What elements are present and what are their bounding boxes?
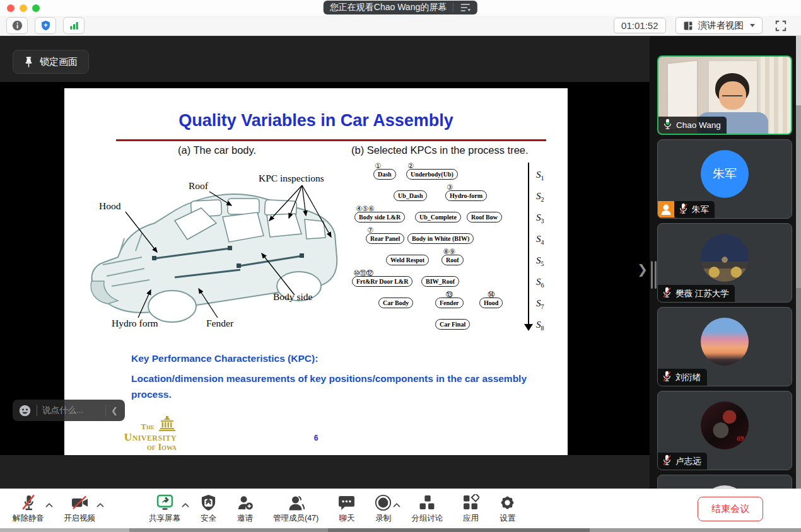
chevron-up-icon[interactable]: [45, 499, 54, 505]
topbar-right: 01:01:52 演讲者视图: [614, 17, 795, 35]
tree-node: Roof Bow: [467, 212, 502, 223]
meeting-info-button[interactable]: [6, 17, 28, 34]
apps-icon: [462, 494, 479, 511]
toolbar-start-video-button[interactable]: 开启视频: [60, 494, 99, 524]
mic-active-icon: [663, 119, 672, 132]
macos-titlebar: 您正在观看Chao Wang的屏幕: [0, 0, 801, 16]
car-part-label: Fender: [206, 318, 233, 329]
chevron-up-icon[interactable]: [392, 499, 401, 505]
speaker-view-icon: [683, 21, 693, 31]
participant-tile[interactable]: 朱军朱军: [657, 139, 792, 219]
participant-footer: 卢志远: [658, 453, 707, 470]
toolbar-apps-button[interactable]: 应用: [459, 494, 483, 524]
fullscreen-button[interactable]: [772, 17, 790, 35]
chevron-down-icon: [750, 24, 755, 27]
participants-sidebar: Chao Wang朱军朱军樊薇 江苏大学刘衍绪69卢志远: [650, 36, 796, 489]
stage-label: S7: [536, 298, 544, 310]
participant-footer: 樊薇 江苏大学: [658, 285, 735, 302]
participant-footer: Chao Wang: [658, 117, 727, 134]
circled-number-badges: ⑩⑪⑫: [353, 270, 373, 277]
toolbar-share-screen-label: 共享屏幕: [149, 513, 180, 524]
stage-arrow-head: [524, 324, 533, 331]
meeting-topbar: 01:01:52 演讲者视图: [0, 16, 801, 36]
close-window-button[interactable]: [7, 4, 15, 12]
viewing-screen-banner[interactable]: 您正在观看Chao Wang的屏幕: [324, 1, 477, 14]
toolbar-settings-button[interactable]: 设置: [495, 494, 520, 524]
chat-collapse-icon[interactable]: ❮: [111, 406, 119, 415]
traffic-lights: [7, 4, 40, 12]
breakout-rooms-icon: [419, 494, 436, 511]
share-screen-icon: [156, 494, 173, 511]
avatar: 朱军: [701, 150, 749, 198]
circled-number-badges: ⑧⑨: [443, 248, 455, 256]
toolbar-security-button[interactable]: 安全: [196, 494, 221, 524]
toolbar-apps-label: 应用: [463, 513, 479, 524]
end-meeting-button[interactable]: 结束会议: [698, 497, 763, 521]
viewing-screen-text: 您正在观看Chao Wang的屏幕: [330, 2, 447, 13]
car-part-label: KPC inspections: [259, 173, 324, 184]
toolbar-chat-button[interactable]: 聊天: [334, 494, 359, 524]
circled-number-badges: ⑭: [488, 291, 494, 299]
kpc-heading: Key Performance Characteristics (KPC):: [131, 353, 318, 364]
participant-tile[interactable]: 刘衍绪: [657, 307, 792, 386]
mic-muted-icon: [20, 494, 37, 511]
zoom-meeting-window: 您正在观看Chao Wang的屏幕 01:01:52 演讲者视图: [0, 0, 801, 532]
toolbar-unmute-button[interactable]: 解除静音: [9, 494, 48, 524]
stage-arrow-line: [528, 163, 529, 325]
toolbar-settings-label: 设置: [500, 513, 515, 524]
toolbar-invite-label: 邀请: [237, 513, 253, 524]
toolbar-invite-button[interactable]: 邀请: [233, 494, 257, 524]
tree-node: Hood⑭: [479, 298, 503, 308]
encryption-shield-button[interactable]: [35, 17, 56, 34]
tree-node: BIW_Roof: [421, 276, 459, 287]
mic-muted-icon: [679, 203, 688, 216]
participant-footer: 刘衍绪: [658, 369, 707, 386]
participant-tile[interactable]: 樊薇 江苏大学: [657, 223, 792, 303]
circled-number-badges: ③: [447, 184, 453, 192]
tree-node: Body in White (BIW): [407, 233, 474, 244]
participant-tile[interactable]: [657, 475, 792, 489]
sidebar-drag-handle[interactable]: [651, 261, 657, 289]
desktop-edge-strip: [0, 528, 801, 532]
car-part-label: Roof: [189, 180, 208, 192]
chat-quick-input[interactable]: 说点什么... ❮: [13, 400, 125, 421]
toolbar-share-screen-button[interactable]: 共享屏幕: [145, 494, 184, 524]
car-part-label: Hydro form: [112, 318, 158, 329]
participant-name-label: Chao Wang: [658, 117, 727, 134]
toolbar-participants-button[interactable]: 管理成员(47): [269, 494, 322, 524]
circled-number-badges: ④⑤⑥: [356, 205, 374, 213]
topbar-left-icons: [6, 17, 85, 34]
toolbar-record-button[interactable]: 录制: [371, 494, 395, 524]
chevron-up-icon[interactable]: [181, 499, 190, 505]
participant-name: 樊薇 江苏大学: [675, 288, 729, 299]
chat-divider: [105, 405, 106, 416]
caption-a: (a) The car body.: [178, 144, 256, 156]
zoom-window-button[interactable]: [32, 4, 40, 12]
participant-tile[interactable]: Chao Wang: [657, 55, 792, 135]
chevron-up-icon[interactable]: [96, 499, 105, 505]
emoji-smiley-icon[interactable]: [18, 404, 32, 417]
toolbar-breakout-button[interactable]: 分组讨论: [407, 494, 447, 524]
kpc-body-line1: Location/dimension measurements of key p…: [131, 373, 527, 385]
chat-placeholder[interactable]: 说点什么...: [42, 405, 100, 416]
avatar: [701, 234, 749, 282]
tree-node: Ub_Complete: [415, 212, 461, 223]
settings-gear-icon: [499, 494, 516, 511]
banner-options-menu-icon[interactable]: [460, 3, 471, 12]
toolbar-start-video-label: 开启视频: [64, 513, 95, 524]
tree-node: Weld Respot: [386, 255, 429, 265]
kpc-body-line2: process.: [131, 389, 172, 400]
connection-quality-button[interactable]: [63, 17, 85, 34]
view-mode-button[interactable]: 演讲者视图: [675, 17, 763, 34]
car-body-drawing: [80, 163, 348, 336]
pin-screen-button[interactable]: 锁定画面: [13, 50, 89, 74]
tree-node: Fender⑬: [435, 298, 464, 308]
tree-node: Roof⑧⑨: [441, 255, 464, 265]
participant-tile[interactable]: 69卢志远: [657, 391, 792, 470]
minimize-window-button[interactable]: [20, 4, 27, 12]
sidebar-expand-icon[interactable]: ❯: [637, 262, 648, 277]
participants-icon: [288, 494, 305, 511]
toolbar-breakout-label: 分组讨论: [411, 513, 443, 524]
mic-muted-icon: [662, 454, 672, 468]
invite-person-add-icon: [237, 494, 254, 511]
